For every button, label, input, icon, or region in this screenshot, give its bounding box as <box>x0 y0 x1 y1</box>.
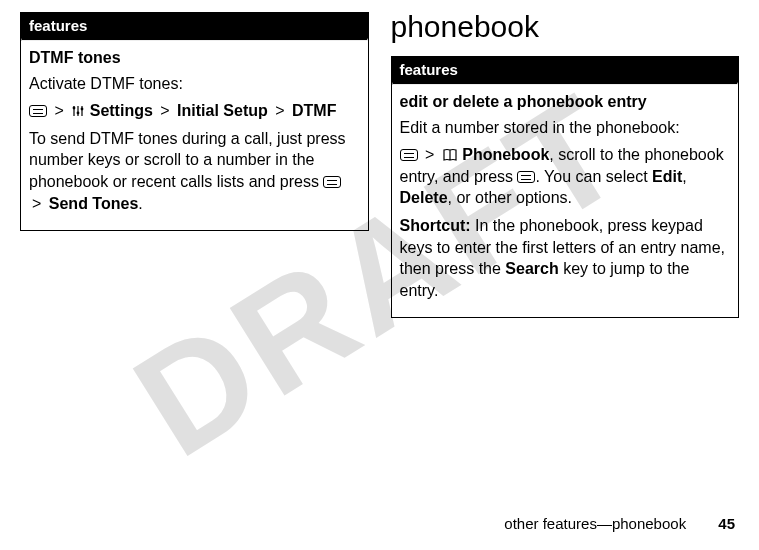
shortcut-text: Shortcut: In the phonebook, press keypad… <box>400 215 731 301</box>
menu-key-icon <box>517 171 535 183</box>
intro-text: Edit a number stored in the phonebook: <box>400 117 731 139</box>
body-text: > Phonebook, scroll to the phonebook ent… <box>400 144 731 209</box>
feature-box-dtmf: features DTMF tones Activate DTMF tones:… <box>20 12 369 231</box>
svg-point-0 <box>73 107 76 110</box>
delete-label: Delete <box>400 189 448 206</box>
settings-label: Settings <box>90 102 153 119</box>
gt: > <box>29 195 44 212</box>
feature-body: edit or delete a phonebook entry Edit a … <box>392 85 739 317</box>
menu-key-icon <box>29 105 47 117</box>
body-part3: , or other options. <box>448 189 573 206</box>
send-tones-label: Send Tones <box>49 195 139 212</box>
edit-label: Edit <box>652 168 682 185</box>
svg-point-2 <box>81 108 84 111</box>
search-label: Search <box>505 260 558 277</box>
footer-label: other features—phonebook <box>504 515 686 532</box>
body-part1: To send DTMF tones during a call, just p… <box>29 130 346 190</box>
svg-point-1 <box>77 112 80 115</box>
shortcut-label: Shortcut: <box>400 217 471 234</box>
page-footer: other features—phonebook 45 <box>504 515 735 532</box>
feature-box-phonebook: features edit or delete a phonebook entr… <box>391 56 740 318</box>
phonebook-label: Phonebook <box>462 146 549 163</box>
intro-text: Activate DTMF tones: <box>29 73 360 95</box>
left-column: features DTMF tones Activate DTMF tones:… <box>20 12 369 318</box>
initial-setup-label: Initial Setup <box>177 102 268 119</box>
comma: , <box>682 168 686 185</box>
menu-key-icon <box>323 176 341 188</box>
page-content: features DTMF tones Activate DTMF tones:… <box>0 0 759 318</box>
nav-path: > Settings > Initial Setup > DTMF <box>29 100 360 122</box>
body-part2: . You can select <box>535 168 652 185</box>
feature-header: features <box>21 13 368 38</box>
feature-title: edit or delete a phonebook entry <box>400 91 731 113</box>
settings-icon <box>71 102 85 116</box>
period: . <box>138 195 142 212</box>
dtmf-label: DTMF <box>292 102 336 119</box>
feature-title: DTMF tones <box>29 47 360 69</box>
menu-key-icon <box>400 149 418 161</box>
page-number: 45 <box>718 515 735 532</box>
phonebook-icon <box>442 146 458 160</box>
feature-header: features <box>392 57 739 82</box>
body-text: To send DTMF tones during a call, just p… <box>29 128 360 214</box>
gt: > <box>157 102 172 119</box>
feature-body: DTMF tones Activate DTMF tones: > Settin… <box>21 41 368 230</box>
gt: > <box>51 102 66 119</box>
section-heading: phonebook <box>391 10 740 44</box>
gt: > <box>272 102 287 119</box>
gt: > <box>422 146 437 163</box>
right-column: phonebook features edit or delete a phon… <box>391 12 740 318</box>
